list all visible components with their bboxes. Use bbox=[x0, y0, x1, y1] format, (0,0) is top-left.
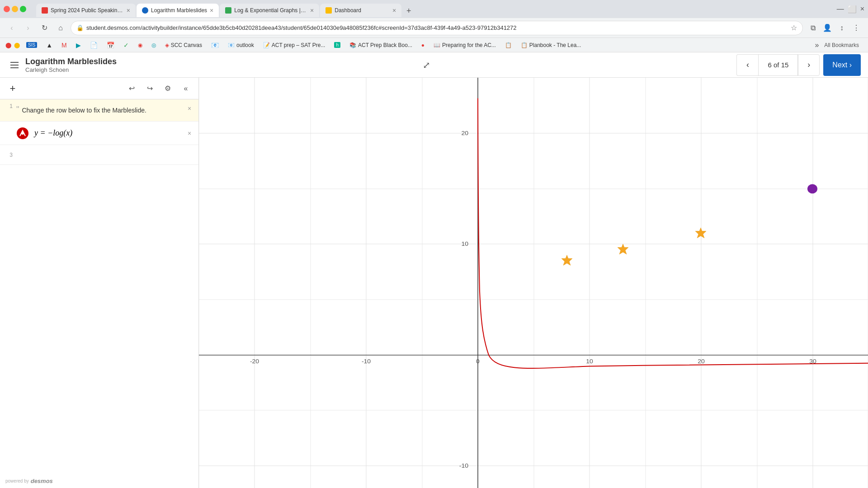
panel-toolbar: + ↩ ↪ ⚙ « bbox=[0, 78, 198, 99]
restore-btn[interactable]: ⬜ bbox=[848, 5, 857, 14]
tab1-close[interactable]: × bbox=[127, 7, 130, 14]
ext3-icon: ◎ bbox=[151, 42, 156, 48]
close-btn[interactable]: × bbox=[860, 5, 864, 14]
bookmark-scc-canvas[interactable]: ◈ SCC Canvas bbox=[161, 41, 206, 49]
tab-spring-2024[interactable]: Spring 2024 Public Speaking (C... × bbox=[36, 4, 136, 17]
y-label-20: 20 bbox=[461, 130, 468, 136]
x-label-minus10: -10 bbox=[362, 358, 371, 365]
sync-button[interactable]: ↕ bbox=[835, 22, 848, 34]
tab-logarithm-marbleslides[interactable]: Logarithm Marbleslides × bbox=[137, 4, 219, 17]
bookmark-docs[interactable]: 📄 bbox=[86, 41, 101, 50]
redo-button[interactable]: ↪ bbox=[142, 81, 157, 96]
bookmark-star-icon[interactable]: ☆ bbox=[791, 23, 797, 32]
graph-svg[interactable]: -20 -10 0 10 20 30 20 10 -10 bbox=[199, 78, 868, 488]
bookmark-drive[interactable]: ▲ bbox=[42, 41, 56, 50]
desmos-text: desmos bbox=[31, 478, 53, 484]
tab4-label: Dashboard bbox=[335, 7, 390, 14]
expression-row-1: 1 " Change the row below to fix the Marb… bbox=[0, 99, 198, 122]
note-quote-icon: " bbox=[16, 104, 19, 115]
expr-close-1[interactable]: × bbox=[184, 103, 195, 114]
extensions-button[interactable]: ⧉ bbox=[807, 22, 819, 34]
bookmark-meet[interactable]: ▶ bbox=[72, 41, 85, 50]
bookmark-act-book[interactable]: 📚 ACT Prep Black Boo... bbox=[346, 41, 416, 49]
next-button[interactable]: Next › bbox=[823, 54, 861, 76]
bookmark-planbook-icon[interactable]: 📋 bbox=[501, 41, 515, 49]
previous-page-button[interactable]: ‹ bbox=[736, 54, 758, 76]
collapse-button[interactable]: « bbox=[179, 81, 193, 96]
prep-label: Preparing for the AC... bbox=[442, 42, 496, 48]
navigation-bar: ‹ › ↻ ⌂ 🔒 student.desmos.com/activitybui… bbox=[0, 18, 868, 38]
all-bookmarks-label[interactable]: All Bookmarks bbox=[821, 41, 863, 49]
back-button[interactable]: ‹ bbox=[5, 22, 18, 34]
add-icon: + bbox=[10, 83, 16, 94]
next-page-chevron-button[interactable]: › bbox=[798, 54, 820, 76]
hamburger-menu-button[interactable] bbox=[7, 58, 22, 72]
app-header: Logarithm Marbleslides Carleigh Schoen ⤢… bbox=[0, 52, 868, 78]
act-label: ACT prep – SAT Pre... bbox=[272, 42, 326, 48]
bookmark-outlook[interactable]: 📧 outlook bbox=[224, 41, 258, 49]
tab-dashboard[interactable]: Dashboard × bbox=[320, 4, 401, 17]
nav-icons: ⧉ 👤 ↕ ⋮ bbox=[807, 22, 863, 34]
minimize-btn[interactable]: — bbox=[837, 5, 844, 14]
bookmark-ext3[interactable]: ◎ bbox=[148, 41, 160, 49]
address-bar[interactable]: 🔒 student.desmos.com/activitybuilder/ins… bbox=[71, 21, 803, 35]
expression-row-3[interactable]: 3 bbox=[0, 145, 198, 165]
act-icon: 📝 bbox=[263, 42, 270, 48]
bookmark-calendar[interactable]: 📅 bbox=[103, 41, 118, 50]
app-title: Logarithm Marbleslides bbox=[25, 57, 117, 66]
tab3-close[interactable]: × bbox=[310, 7, 314, 14]
tab4-close[interactable]: × bbox=[392, 7, 396, 14]
expr-close-2[interactable]: × bbox=[184, 128, 195, 139]
tabs-bar: Spring 2024 Public Speaking (C... × Loga… bbox=[33, 1, 830, 17]
minimize-window-button[interactable] bbox=[12, 6, 18, 12]
graph-area[interactable]: Fix it #4 Launch bbox=[199, 78, 868, 488]
bookmark-gmail[interactable]: M bbox=[58, 41, 71, 50]
bookmark-act-prep[interactable]: 📝 ACT prep – SAT Pre... bbox=[259, 41, 329, 49]
expr-num-3: 3 bbox=[4, 152, 13, 158]
bookmark-ext1[interactable]: ✓ bbox=[120, 41, 132, 50]
tab2-label: Logarithm Marbleslides bbox=[151, 7, 207, 14]
expr-note-1[interactable]: Change the row below to fix the Marblesl… bbox=[22, 103, 184, 117]
header-center: ⤢ bbox=[117, 60, 736, 70]
url-text: student.desmos.com/activitybuilder/insta… bbox=[86, 24, 787, 31]
planbook-icon: 📋 bbox=[505, 42, 512, 48]
maximize-window-button[interactable] bbox=[20, 6, 26, 12]
tab1-favicon bbox=[42, 7, 48, 14]
undo-button[interactable]: ↩ bbox=[124, 81, 139, 96]
tab-log-exponential[interactable]: Log & Exponential Graphs | De... × bbox=[220, 4, 319, 17]
forward-button[interactable]: › bbox=[22, 22, 34, 34]
bookmark-h[interactable]: h bbox=[330, 41, 344, 49]
redo-icon: ↪ bbox=[147, 84, 153, 93]
profile-button[interactable]: 👤 bbox=[821, 22, 834, 34]
drive-icon: ▲ bbox=[46, 42, 52, 49]
gmail-icon: M bbox=[61, 42, 67, 49]
formula-2[interactable]: y = −log(x) bbox=[33, 126, 184, 141]
actbook-label: ACT Prep Black Boo... bbox=[358, 42, 412, 48]
alert-icon: ⬤ bbox=[5, 42, 11, 48]
close-window-button[interactable] bbox=[4, 6, 10, 12]
home-button[interactable]: ⌂ bbox=[54, 22, 67, 34]
x-label-minus20: -20 bbox=[250, 358, 259, 365]
desmos-icon bbox=[16, 127, 29, 140]
y-label-10: 10 bbox=[461, 240, 468, 247]
bookmark-outlook-icon[interactable]: 📧 bbox=[208, 41, 222, 50]
add-expression-button[interactable]: + bbox=[5, 81, 20, 96]
title-bar: Spring 2024 Public Speaking (C... × Loga… bbox=[0, 0, 868, 18]
bookmark-ext2[interactable]: ◉ bbox=[134, 41, 146, 49]
bookmark-scc2[interactable]: ● bbox=[418, 41, 428, 49]
sis-favicon: SIS bbox=[26, 42, 37, 48]
new-tab-button[interactable]: + bbox=[402, 5, 415, 17]
star-icon: ⬤ bbox=[14, 42, 20, 48]
bookmark-sis[interactable]: SIS bbox=[23, 41, 41, 49]
settings-button[interactable]: ⚙ bbox=[160, 81, 175, 96]
bookmark-planbook[interactable]: 📋 Planbook - The Lea... bbox=[517, 41, 585, 49]
expand-button[interactable]: ⤢ bbox=[423, 60, 430, 70]
bookmark-preparing[interactable]: 📖 Preparing for the AC... bbox=[430, 41, 500, 49]
bookmarks-more-button[interactable]: » bbox=[815, 41, 819, 49]
left-panel: + ↩ ↪ ⚙ « 1 bbox=[0, 78, 199, 488]
menu-button[interactable]: ⋮ bbox=[850, 22, 863, 34]
refresh-button[interactable]: ↻ bbox=[38, 22, 51, 34]
tab2-close[interactable]: × bbox=[210, 7, 213, 14]
canvas-icon: ◈ bbox=[165, 42, 169, 48]
actbook-icon: 📚 bbox=[349, 42, 356, 48]
